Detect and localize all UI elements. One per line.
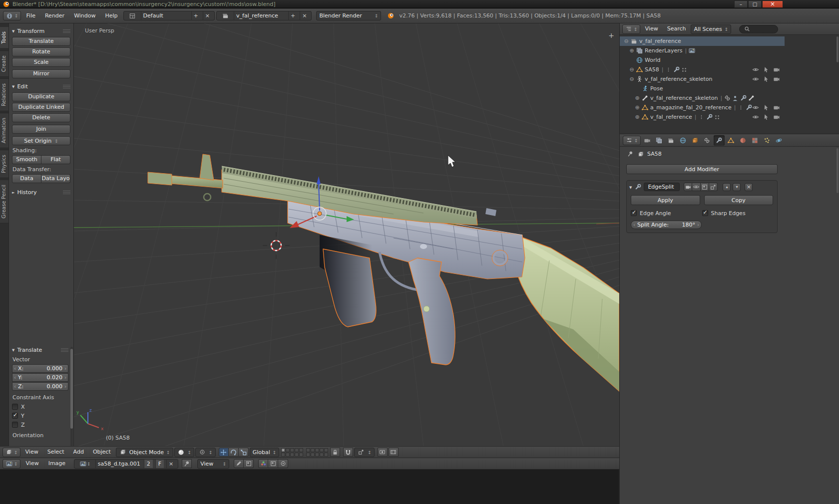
panel-grip-icon[interactable] [63,191,70,194]
layer-toggle[interactable] [281,453,285,457]
apply-button[interactable]: Apply [631,195,700,205]
checkbox-x[interactable] [12,404,18,410]
image-editor-canvas[interactable] [0,470,619,504]
dots-icon[interactable] [664,66,672,73]
region-expand-icon[interactable] [608,31,614,39]
close-button[interactable] [762,0,783,8]
outliner-row[interactable]: ⊖SA58| [620,65,785,74]
remove-scene-button[interactable] [300,11,309,20]
delete-button[interactable]: Delete [12,113,70,122]
add-layout-button[interactable] [191,11,200,20]
collapse-icon[interactable]: ⊖ [628,76,635,82]
panel-grip-icon[interactable] [61,348,68,352]
sharp-edges-checkbox[interactable] [702,210,708,216]
wrench-icon[interactable] [672,66,680,73]
chain-icon[interactable] [723,95,731,101]
pencil-tool-button[interactable] [234,459,244,468]
layer-toggle[interactable] [306,448,310,452]
add-modifier-dropdown[interactable]: Add Modifier [626,164,778,174]
properties-tab-world[interactable] [678,135,689,146]
bone-icon[interactable] [747,95,755,101]
modifier-name-field[interactable]: EdgeSplit [644,183,680,191]
layer-toggle[interactable] [315,448,319,452]
shade-smooth-button[interactable]: Smooth [12,155,41,164]
tab-create[interactable]: Create [0,50,9,77]
layer-toggle[interactable] [320,448,324,452]
duplicate-button[interactable]: Duplicate [12,92,70,101]
properties-tab-texture[interactable] [750,135,761,146]
menu-search[interactable]: Search [663,23,690,35]
layer-toggle[interactable] [324,448,328,452]
copy-button[interactable]: Copy [704,195,774,205]
outliner-row[interactable]: ⊖v_fal_reference [620,36,785,46]
properties-tab-particles[interactable] [762,135,773,146]
opengl-render-button[interactable] [378,448,388,457]
constraint-x-row[interactable]: X [12,402,68,411]
wrench-icon[interactable] [739,95,747,101]
expand-icon[interactable]: ⊕ [634,104,641,111]
eye-icon[interactable] [752,76,760,82]
properties-tab-scene[interactable] [666,135,677,146]
menu-render[interactable]: Render [41,10,68,22]
face-select-button[interactable] [244,459,254,468]
translate-button[interactable]: Translate [12,37,70,46]
expand-icon[interactable]: ⊕ [628,47,635,54]
menu-view[interactable]: View [21,446,42,458]
outliner-row[interactable]: ⊕v_fal_reference_skeleton| [620,93,785,103]
sharp-edges-option[interactable]: Sharp Edges [702,209,774,218]
collapse-icon[interactable]: ⊖ [628,66,635,73]
menu-window[interactable]: Window [70,10,99,22]
layer-toggle[interactable] [286,453,290,457]
grid-icon[interactable] [713,114,721,120]
modifier-move-down-button[interactable]: ▾ [733,183,741,191]
rotate-button[interactable]: Rotate [12,47,70,56]
modifier-cage-toggle[interactable] [709,183,718,191]
data-transfer-layout-button[interactable]: Data Layo [41,174,70,183]
menu-add[interactable]: Add [69,446,88,458]
dots-icon[interactable] [737,104,745,111]
grid-icon[interactable] [680,67,688,73]
properties-tab-physics[interactable] [774,135,785,146]
expand-icon[interactable]: ⊕ [634,114,641,120]
tab-grease-pencil[interactable]: Grease Pencil [0,180,9,224]
tab-relations[interactable]: Relations [0,78,9,111]
viewport-shading-selector[interactable] [174,448,195,457]
outliner-scrollbar[interactable] [837,36,839,62]
menu-view[interactable]: View [641,23,662,35]
collapse-icon[interactable]: ⊖ [623,38,630,44]
outliner-search-input[interactable] [739,25,778,33]
split-angle-slider[interactable]: Split Angle: 180° [631,221,702,229]
layer-toggle[interactable] [320,453,324,457]
modifier-editmode-toggle[interactable] [701,183,709,191]
layer-toggle[interactable] [324,453,328,457]
rifle-model-sa58[interactable] [148,154,619,391]
menu-object[interactable]: Object [89,446,115,458]
menu-image[interactable]: Image [44,458,69,470]
layer-toggle[interactable] [299,453,303,457]
pointer-icon[interactable] [762,114,770,120]
properties-tab-object-data[interactable] [726,135,737,146]
constraint-y-row[interactable]: Y [12,411,68,420]
properties-tab-modifiers[interactable] [714,135,725,146]
transform-orientation-selector[interactable]: Global [250,448,280,457]
modifier-render-toggle[interactable] [684,183,692,191]
camera-icon[interactable] [773,66,781,73]
minimize-button[interactable] [734,0,748,8]
properties-tab-render-layers[interactable] [654,135,665,146]
panel-grip-icon[interactable] [63,29,70,33]
fake-user-button[interactable]: F [155,460,164,468]
3d-viewport[interactable]: x y z User Persp (0) SA58 [74,23,619,446]
manipulator-scale-button[interactable] [239,448,249,457]
scene-selector[interactable]: v_fal_reference [216,11,312,20]
properties-tab-object[interactable] [690,135,701,146]
camera-icon[interactable] [773,114,781,120]
layer-toggle[interactable] [295,448,299,452]
mirror-button[interactable]: Mirror [12,69,70,78]
properties-tab-material[interactable] [738,135,749,146]
outliner-row[interactable]: ⊕RenderLayers| [620,46,785,55]
expand-icon[interactable]: ⊕ [634,95,641,101]
checkbox-z[interactable] [12,422,18,428]
pointer-icon[interactable] [762,104,770,111]
modifier-realtime-toggle[interactable] [692,183,701,191]
mode-selector[interactable]: Object Mode [116,448,173,457]
